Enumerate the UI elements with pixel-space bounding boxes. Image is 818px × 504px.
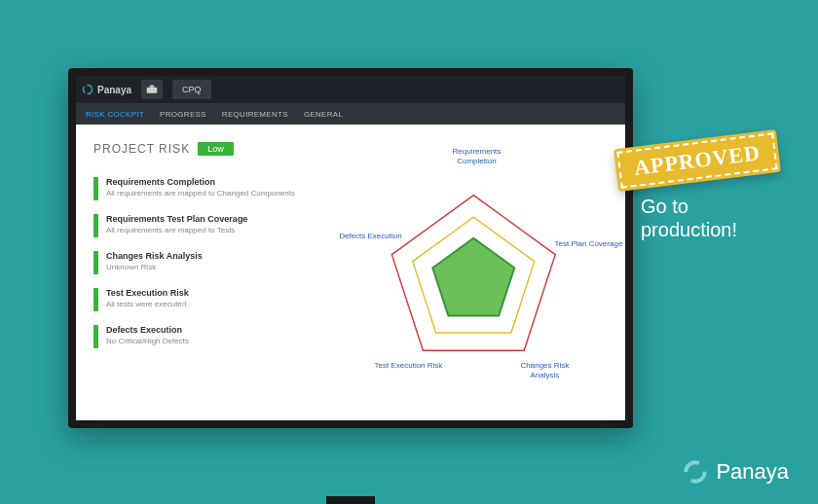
risk-item-desc: All requirements are mapped to Tests — [106, 226, 247, 234]
monitor-stand-neck — [326, 496, 375, 504]
nav-progress[interactable]: PROGRESS — [160, 110, 206, 119]
risk-item-desc: All tests were executed — [106, 300, 189, 308]
go-to-production-text: Go to production! — [641, 195, 767, 241]
svg-point-6 — [687, 462, 706, 482]
risk-item-title: Requirements Completion — [106, 177, 295, 187]
risk-indicator-bar — [93, 325, 98, 348]
monitor-frame: Panaya CPQ RISK COCKPIT PROGRESS REQUIRE… — [68, 68, 633, 428]
risk-item-desc: No Critical/High Defects — [106, 337, 189, 345]
project-risk-header: PROJECT RISK Low — [93, 142, 332, 156]
panaya-ring-icon — [683, 459, 708, 485]
radar-panel: Requirements Completion Test Plan Covera… — [340, 142, 608, 411]
radar-label-bottom-left: Test Execution Risk — [374, 361, 442, 371]
nav-general[interactable]: GENERAL — [304, 110, 343, 119]
risk-item[interactable]: Requirements Test Plan Coverage All requ… — [93, 214, 332, 237]
risk-badge: Low — [198, 142, 234, 156]
svg-marker-5 — [433, 238, 515, 316]
risk-indicator-bar — [93, 288, 98, 311]
suitcase-icon[interactable] — [141, 80, 163, 99]
risk-indicator-bar — [93, 251, 98, 274]
risk-indicator-bar — [93, 214, 98, 237]
brand-name: Panaya — [97, 85, 131, 95]
project-tab-label: CPQ — [182, 85, 202, 94]
screen: Panaya CPQ RISK COCKPIT PROGRESS REQUIRE… — [76, 76, 625, 420]
risk-item-title: Requirements Test Plan Coverage — [106, 214, 247, 224]
risk-item[interactable]: Requirements Completion All requirements… — [93, 177, 332, 200]
risk-item-title: Test Execution Risk — [106, 288, 189, 298]
panaya-footer-text: Panaya — [716, 459, 789, 485]
risk-item[interactable]: Defects Execution No Critical/High Defec… — [93, 325, 332, 348]
project-risk-title: PROJECT RISK — [93, 142, 190, 156]
svg-point-0 — [84, 86, 93, 94]
panaya-footer-logo: Panaya — [683, 459, 789, 485]
stamp-text: APPROVED — [616, 132, 778, 188]
radar-label-bottom-right: Changes Risk Analysis — [510, 361, 578, 379]
left-panel: PROJECT RISK Low Requirements Completion… — [93, 142, 340, 411]
risk-item-title: Defects Execution — [106, 325, 189, 335]
risk-item[interactable]: Test Execution Risk All tests were execu… — [93, 288, 332, 311]
svg-rect-2 — [150, 86, 155, 88]
nav-requirements[interactable]: REQUIREMENTS — [222, 110, 288, 119]
risk-indicator-bar — [93, 177, 98, 200]
risk-item-desc: Unknown Risk — [106, 263, 203, 271]
brand-logo[interactable]: Panaya — [82, 84, 131, 95]
project-tab[interactable]: CPQ — [172, 80, 211, 99]
approved-stamp: APPROVED — [614, 129, 781, 192]
radar-label-left: Defects Execution — [336, 232, 404, 241]
risk-item-desc: All requirements are mapped to Changed C… — [106, 189, 295, 198]
risk-item[interactable]: Changes Risk Analysis Unknown Risk — [93, 251, 332, 274]
content: PROJECT RISK Low Requirements Completion… — [76, 125, 625, 420]
navbar: RISK COCKPIT PROGRESS REQUIREMENTS GENER… — [76, 103, 625, 125]
nav-risk-cockpit[interactable]: RISK COCKPIT — [86, 110, 144, 119]
topbar: Panaya CPQ — [76, 76, 625, 103]
svg-rect-1 — [147, 88, 158, 93]
radar-label-top: Requirements Completion — [442, 147, 510, 165]
risk-item-title: Changes Risk Analysis — [106, 251, 203, 261]
radar-label-right: Test Plan Coverage — [554, 239, 622, 249]
brand-icon — [82, 84, 93, 95]
